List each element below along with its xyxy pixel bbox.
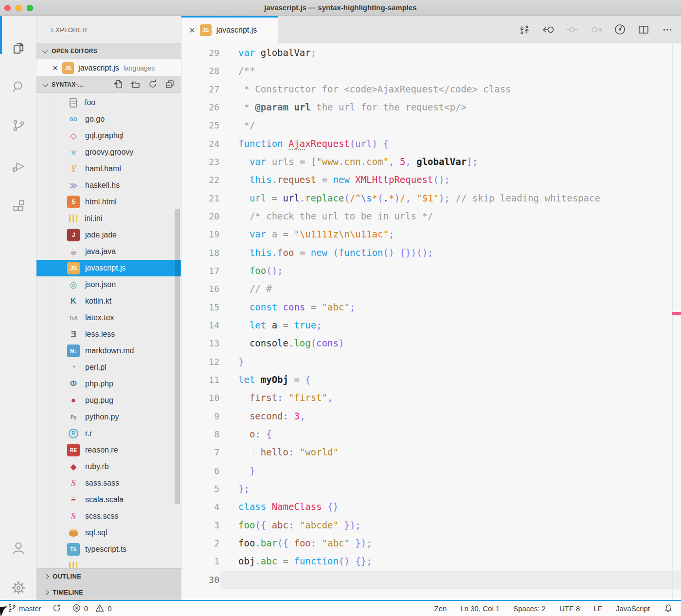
code-line-28[interactable]: 28/** [181, 62, 681, 80]
tree-item-html.html[interactable]: 5html.html [36, 194, 181, 210]
indentation-item[interactable]: Spaces: 2 [513, 604, 546, 613]
refresh-button[interactable] [148, 79, 158, 91]
problems-item[interactable]: 0 0 [72, 603, 112, 614]
tree-item-r.r[interactable]: Rr.r [36, 425, 181, 442]
tree-item-typescript.ts[interactable]: TStypescript.ts [36, 541, 181, 558]
sidebar-item-run-debug[interactable] [0, 150, 36, 184]
previous-change-button[interactable] [563, 21, 581, 38]
open-editors-header[interactable]: OPEN EDITORS [36, 43, 181, 59]
tree-item-gql.graphql[interactable]: ◇gql.graphql [36, 127, 181, 144]
code-line-26[interactable]: 26 * @param url the url for the request<… [181, 98, 681, 116]
tree-item-ini.ini[interactable]: ini.ini [36, 210, 181, 227]
code-line-27[interactable]: 27 * Constructor for <code>AjaxRequest</… [181, 80, 681, 98]
next-change-button[interactable] [587, 21, 605, 38]
code-line-24[interactable]: 24function AjaxRequest(url) { [181, 135, 681, 153]
code-line-1[interactable]: 1obj.abc = function() {}; [181, 552, 681, 570]
tree-item-clipped[interactable] [36, 558, 181, 568]
code-line-22[interactable]: 22 this.request = new XMLHttpRequest(); [181, 171, 681, 189]
tree-item-markdown.md[interactable]: M↓markdown.md [36, 343, 181, 359]
collapse-folders-button[interactable] [165, 79, 175, 91]
tree-item-groovy.groovy[interactable]: ★groovy.groovy [36, 144, 181, 161]
code-line-4[interactable]: 4class NameClass {} [181, 498, 681, 516]
code-line-6[interactable]: 6 } [181, 462, 681, 480]
account-button[interactable] [0, 532, 36, 566]
tree-item-kotlin.kt[interactable]: Kkotlin.kt [36, 293, 181, 309]
code-line-25[interactable]: 25 */ [181, 116, 681, 134]
sync-button[interactable] [52, 603, 61, 614]
close-tab-icon[interactable]: × [189, 25, 195, 35]
code-line-16[interactable]: 16 // # [181, 280, 681, 298]
close-editor-icon[interactable]: × [53, 63, 58, 72]
code-line-3[interactable]: 3foo({ abc: "abcde" }); [181, 516, 681, 534]
gql.graphql-icon: ◇ [67, 129, 80, 142]
sidebar-item-search[interactable] [0, 71, 36, 105]
tree-item-scss.scss[interactable]: Sscss.scss [36, 508, 181, 525]
code-line-17[interactable]: 17 foo(); [181, 262, 681, 280]
compare-changes-button[interactable] [516, 21, 533, 38]
zen-mode-item[interactable]: Zen [434, 604, 447, 613]
tree-item-reason.re[interactable]: REreason.re [36, 442, 181, 458]
chevron-down-icon [42, 48, 48, 53]
tree-item-pug.pug[interactable]: ●pug.pug [36, 392, 181, 409]
code-line-14[interactable]: 14 let a = true; [181, 316, 681, 334]
sidebar-item-explorer[interactable] [0, 32, 36, 66]
more-actions-button[interactable] [659, 21, 676, 38]
tree-item-less.less[interactable]: Ǝless.less [36, 326, 181, 343]
tree-item-json.json[interactable]: ◎json.json [36, 276, 181, 293]
code-line-5[interactable]: 5}; [181, 480, 681, 498]
tree-item-latex.tex[interactable]: TeXlatex.tex [36, 309, 181, 326]
code-line-18[interactable]: 18 this.foo = new (function() {})(); [181, 244, 681, 262]
tree-item-java.java[interactable]: ☕java.java [36, 243, 181, 260]
code-line-30[interactable]: 30 [181, 571, 681, 589]
tab-javascript-js[interactable]: × JS javascript.js [181, 16, 278, 43]
git-branch-item[interactable]: master [8, 603, 41, 614]
code-line-7[interactable]: 7 hello: "world" [181, 443, 681, 461]
tree-item-jade.jade[interactable]: Jjade.jade [36, 227, 181, 243]
tree-item-python.py[interactable]: Pypython.py [36, 409, 181, 425]
new-file-button[interactable] [113, 79, 123, 91]
code-line-10[interactable]: 10 first: "first", [181, 389, 681, 407]
tree-item-foo[interactable]: foo [36, 94, 181, 111]
code-line-23[interactable]: 23 var urls = ["www.cnn.com", 5, globalV… [181, 153, 681, 171]
cursor-position-item[interactable]: Ln 30, Col 1 [460, 604, 500, 613]
code-line-12[interactable]: 12} [181, 353, 681, 371]
tree-item-sql.sql[interactable]: sql.sql [36, 525, 181, 541]
eol-item[interactable]: LF [593, 604, 602, 613]
sidebar-item-source-control[interactable] [0, 109, 36, 144]
tree-item-javascript.js[interactable]: JSjavascript.js [36, 260, 181, 276]
code-line-20[interactable]: 20 /* check the url to be in urls */ [181, 207, 681, 225]
tree-item-sass.sass[interactable]: Ssass.sass [36, 475, 181, 491]
code-line-13[interactable]: 13 console.log(cons) [181, 334, 681, 352]
sidebar-scrollbar[interactable] [175, 209, 180, 504]
code-line-2[interactable]: 2foo.bar({ foo: "abc" }); [181, 534, 681, 552]
split-editor-button[interactable] [635, 21, 652, 38]
go-back-button[interactable] [539, 21, 557, 38]
run-history-button[interactable] [611, 21, 628, 38]
code-editor[interactable]: 29var globalVar;28/**27 * Constructor fo… [181, 43, 681, 600]
notifications-bell-button[interactable] [663, 603, 673, 614]
sidebar-item-extensions[interactable] [0, 190, 36, 224]
code-line-11[interactable]: 11let myObj = { [181, 371, 681, 389]
code-line-8[interactable]: 8 o: { [181, 425, 681, 443]
code-line-21[interactable]: 21 url = url.replace(/^\s*(.*)/, "$1"); … [181, 189, 681, 207]
file-name: markdown.md [85, 346, 134, 355]
code-line-29[interactable]: 29var globalVar; [181, 44, 681, 62]
code-line-19[interactable]: 19 var a = "\u1111z\n\u11ac"; [181, 225, 681, 243]
tree-item-haml.haml[interactable]: Yhaml.haml [36, 161, 181, 177]
tree-item-perl.pl[interactable]: ◔perl.pl [36, 359, 181, 376]
timeline-section-header[interactable]: TIMELINE [36, 584, 181, 600]
tree-item-scala.scala[interactable]: ≡scala.scala [36, 491, 181, 508]
outline-section-header[interactable]: OUTLINE [36, 568, 181, 584]
folder-section-header[interactable]: SYNTAX-... [36, 76, 181, 93]
new-folder-button[interactable] [130, 79, 141, 91]
language-mode-item[interactable]: JavaScript [616, 604, 650, 613]
open-editor-item[interactable]: × JS javascript.js languages [36, 59, 181, 76]
tree-item-php.php[interactable]: Φphp.php [36, 376, 181, 392]
mouse-cursor [0, 606, 8, 616]
tree-item-ruby.rb[interactable]: ◆ruby.rb [36, 458, 181, 475]
tree-item-go.go[interactable]: GOgo.go [36, 111, 181, 127]
code-line-15[interactable]: 15 const cons = "abc"; [181, 298, 681, 316]
encoding-item[interactable]: UTF-8 [559, 604, 580, 613]
code-line-9[interactable]: 9 second: 3, [181, 407, 681, 425]
tree-item-haskell.hs[interactable]: ≫haskell.hs [36, 177, 181, 194]
